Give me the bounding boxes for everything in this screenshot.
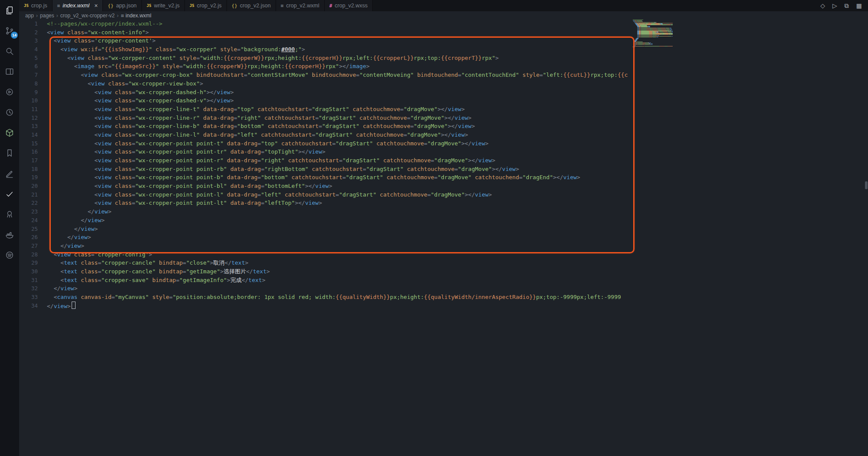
code-text: <text class="cropper-save" bindtap="getI… [47, 276, 265, 285]
activity-todo-check[interactable] [0, 184, 19, 204]
open-preview-icon[interactable]: ⧉ [845, 2, 849, 10]
tab-crop_v2.wxss[interactable]: #crop_v2.wxss [325, 0, 373, 11]
breadcrumb-item-app[interactable]: app [25, 13, 34, 19]
breadcrumb: app›pages›crop_v2_wx-cropper-v2›≡index.w… [19, 11, 868, 20]
code-line[interactable]: 24 </view> [19, 216, 868, 225]
code-line[interactable]: 6 <image src="{{imageSrc}}" style="width… [19, 62, 868, 71]
split-editor-icon[interactable]: ▦ [856, 2, 862, 9]
code-text: <view class="wx-cropper-line-r" data-dra… [47, 114, 471, 122]
activity-source-control[interactable]: 14 [0, 20, 19, 41]
line-number: 12 [19, 114, 47, 122]
breadcrumb-item-index.wxml[interactable]: ≡index.wxml [121, 13, 151, 19]
code-line[interactable]: 23 </view> [19, 207, 868, 216]
code-text: <text class="cropper-cancle" bindtap="cl… [47, 259, 248, 267]
code-line[interactable]: 29 <text class="cropper-cancle" bindtap=… [19, 259, 868, 267]
line-number: 31 [19, 276, 47, 285]
tab-crop.js[interactable]: JScrop.js [19, 0, 53, 11]
line-number: 19 [19, 173, 47, 182]
breadcrumb-separator: › [56, 13, 58, 19]
tab-app.json[interactable]: {}app.json [103, 0, 142, 11]
activity-timeline[interactable] [0, 102, 19, 122]
code-line[interactable]: 25 </view> [19, 225, 868, 233]
line-number: 25 [19, 225, 47, 233]
code-line[interactable]: 14 <view class="wx-cropper-line-l" data-… [19, 131, 868, 139]
code-line[interactable]: 20 <view class="wx-cropper-point point-b… [19, 182, 868, 190]
code-line[interactable]: 30 <text class="cropper-cancle" bindtap=… [19, 267, 868, 276]
code-line[interactable]: 19 <view class="wx-cropper-point point-b… [19, 173, 868, 182]
code-line[interactable]: 3 <view class='cropper-content'> [19, 36, 868, 45]
activity-spotify[interactable] [0, 245, 19, 265]
code-line[interactable]: 9 <view class="wx-cropper-dashed-h"></vi… [19, 88, 868, 97]
code-line[interactable]: 17 <view class="wx-cropper-point point-r… [19, 156, 868, 165]
activity-package[interactable] [0, 122, 19, 143]
code-line[interactable]: 31 <text class="cropper-save" bindtap="g… [19, 276, 868, 285]
annotate-icon [5, 169, 14, 178]
code-text: <view class="wx-corpper-crop-box" bindto… [47, 71, 628, 79]
line-number: 8 [19, 79, 47, 88]
breadcrumb-item-pages[interactable]: pages [40, 13, 54, 19]
line-number: 26 [19, 233, 47, 242]
tab-bar: JScrop.js≡index.wxml×{}app.jsonJSwrite_v… [19, 0, 868, 11]
tab-label: app.json [116, 3, 137, 9]
scm-badge: 14 [11, 32, 18, 39]
code-line[interactable]: 5 <view class="wx-corpper-content" style… [19, 54, 868, 62]
activity-gitlens[interactable] [0, 204, 19, 224]
wxml-file-icon: ≡ [57, 3, 60, 8]
activity-docker[interactable] [0, 224, 19, 245]
wxml-file-icon: ≡ [121, 13, 124, 19]
activity-annotate[interactable] [0, 163, 19, 184]
breadcrumb-label: index.wxml [125, 13, 151, 19]
code-line[interactable]: 4 <view wx:if="{{isShowImg}}" class="wx-… [19, 45, 868, 54]
tab-label: crop_v2.json [240, 3, 271, 9]
code-line[interactable]: 10 <view class="wx-cropper-dashed-v"></v… [19, 96, 868, 105]
minimap[interactable] [633, 20, 673, 80]
code-line[interactable]: 15 <view class="wx-cropper-point point-t… [19, 139, 868, 148]
code-line[interactable]: 18 <view class="wx-cropper-point point-r… [19, 165, 868, 174]
code-line[interactable]: 26 </view> [19, 233, 868, 242]
code-line[interactable]: 12 <view class="wx-cropper-line-r" data-… [19, 114, 868, 122]
code-line[interactable]: 8 <view class="wx-cropper-view-box"> [19, 79, 868, 88]
activity-debug[interactable] [0, 82, 19, 102]
code-text: <view class="wx-cropper-point point-bl" … [47, 182, 332, 190]
breadcrumb-item-crop_v2_wx-cropper-v2[interactable]: crop_v2_wx-cropper-v2 [60, 13, 115, 19]
code-area[interactable]: 1<!--pages/wx-cropper/index.wxml-->2<vie… [19, 20, 868, 456]
code-line[interactable]: 1<!--pages/wx-cropper/index.wxml--> [19, 20, 868, 28]
activity-editor-layout[interactable] [0, 61, 19, 82]
code-line[interactable]: 13 <view class="wx-cropper-line-b" data-… [19, 122, 868, 131]
tab-write_v2.js[interactable]: JSwrite_v2.js [142, 0, 185, 11]
code-line[interactable]: 33 <canvas canvas-id="myCanvas" style="p… [19, 293, 868, 302]
activity-files[interactable] [0, 0, 19, 20]
breadcrumb-separator: › [117, 13, 118, 19]
code-line[interactable]: 32 </view> [19, 284, 868, 293]
code-line[interactable]: 34</view> [19, 302, 868, 310]
code-line[interactable]: 16 <view class="wx-cropper-point point-t… [19, 148, 868, 156]
tab-crop_v2.wxml[interactable]: ≡crop_v2.wxml [276, 0, 325, 11]
code-text: <view class='cropper-config'> [47, 250, 152, 259]
activity-bookmarks[interactable] [0, 143, 19, 163]
code-line[interactable]: 11 <view class="wx-cropper-line-t" data-… [19, 105, 868, 114]
run-icon[interactable]: ▷ [832, 2, 837, 9]
code-text: <!--pages/wx-cropper/index.wxml--> [47, 20, 162, 28]
code-line[interactable]: 2<view class="wx-content-info"> [19, 28, 868, 37]
tab-crop_v2.js[interactable]: JScrop_v2.js [185, 0, 227, 11]
code-line[interactable]: 22 <view class="wx-cropper-point point-l… [19, 199, 868, 207]
code-line[interactable]: 28 <view class='cropper-config'> [19, 250, 868, 259]
code-line[interactable]: 21 <view class="wx-cropper-point point-l… [19, 190, 868, 199]
line-number: 15 [19, 139, 47, 148]
line-number: 33 [19, 293, 47, 302]
line-number: 11 [19, 105, 47, 114]
line-number: 1 [19, 20, 47, 28]
compare-changes-icon[interactable]: ◇ [820, 2, 825, 9]
line-number: 27 [19, 242, 47, 250]
tab-index.wxml[interactable]: ≡index.wxml× [53, 0, 103, 11]
close-icon[interactable]: × [94, 3, 98, 9]
tab-crop_v2.json[interactable]: {}crop_v2.json [227, 0, 276, 11]
gitlens-icon [5, 210, 14, 219]
editor-group: JScrop.js≡index.wxml×{}app.jsonJSwrite_v… [19, 0, 868, 456]
code-text: <view class="wx-cropper-line-b" data-dra… [47, 122, 475, 131]
scrollbar-thumb[interactable] [865, 181, 868, 189]
code-line[interactable]: 7 <view class="wx-corpper-crop-box" bind… [19, 71, 868, 79]
line-number: 23 [19, 207, 47, 216]
activity-search[interactable] [0, 41, 19, 61]
code-line[interactable]: 27 </view> [19, 242, 868, 250]
